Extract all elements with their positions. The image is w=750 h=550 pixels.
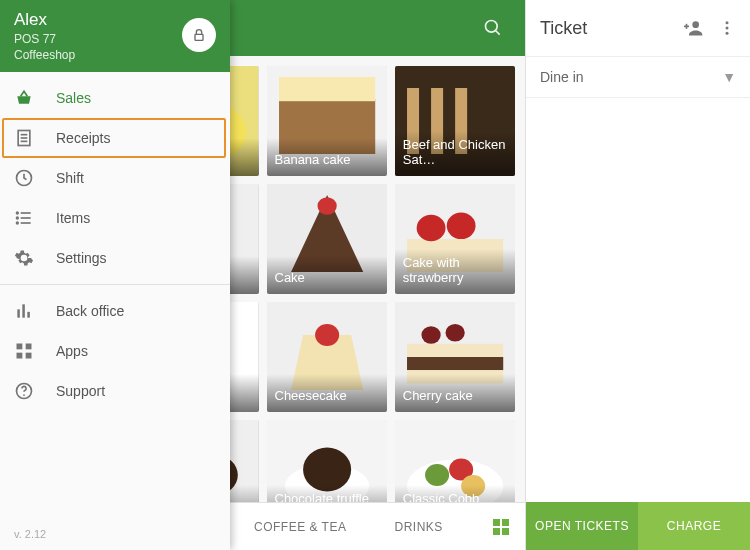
svg-point-18	[317, 197, 336, 215]
svg-rect-34	[407, 344, 503, 357]
svg-rect-77	[26, 353, 32, 359]
svg-rect-72	[22, 304, 25, 317]
product-tile[interactable]: Beef and Chicken Sat…	[395, 66, 515, 176]
dining-option-label: Dine in	[540, 69, 722, 85]
product-tile[interactable]: Chocolate truffle dess…	[267, 420, 387, 502]
svg-point-35	[421, 326, 440, 344]
sidebar-item-label: Support	[56, 383, 105, 399]
nav-drawer: Alex POS 77 Coffeeshop Sales Receipts	[0, 0, 230, 550]
svg-point-57	[726, 27, 729, 30]
svg-point-70	[17, 222, 19, 224]
sidebar-item-label: Apps	[56, 343, 88, 359]
svg-rect-32	[407, 357, 503, 370]
product-tile[interactable]: Classic Cobb Salad	[395, 420, 515, 502]
sidebar-item-label: Sales	[56, 90, 91, 106]
sidebar-item-back-office[interactable]: Back office	[0, 291, 230, 331]
clock-icon	[14, 168, 34, 188]
product-label: Classic Cobb Salad	[395, 485, 515, 502]
sidebar-item-apps[interactable]: Apps	[0, 331, 230, 371]
layout-grid-icon[interactable]	[477, 518, 525, 536]
product-tile[interactable]: Banana cake	[267, 66, 387, 176]
open-tickets-button[interactable]: OPEN TICKETS	[526, 502, 638, 550]
product-label: Beef and Chicken Sat…	[395, 131, 515, 176]
bar-chart-icon	[14, 301, 34, 321]
svg-rect-76	[17, 353, 23, 359]
sidebar-item-support[interactable]: Support	[0, 371, 230, 411]
svg-rect-49	[493, 519, 500, 526]
svg-point-22	[446, 213, 475, 239]
search-icon[interactable]	[483, 18, 503, 38]
ticket-title: Ticket	[540, 18, 670, 39]
version-label: v. 2.12	[0, 518, 230, 550]
svg-rect-73	[27, 312, 30, 318]
lock-button[interactable]	[182, 18, 216, 52]
svg-rect-55	[684, 26, 689, 28]
apps-icon	[14, 341, 34, 361]
ticket-body	[526, 98, 750, 502]
svg-point-53	[692, 21, 699, 28]
charge-button[interactable]: CHARGE	[638, 502, 750, 550]
drawer-header: Alex POS 77 Coffeeshop	[0, 0, 230, 72]
sidebar-item-sales[interactable]: Sales	[0, 78, 230, 118]
tab-coffee-tea[interactable]: COFFEE & TEA	[230, 503, 370, 550]
svg-point-68	[17, 212, 19, 214]
svg-point-46	[425, 464, 449, 486]
svg-point-58	[726, 32, 729, 35]
help-icon	[14, 381, 34, 401]
svg-point-0	[486, 21, 498, 33]
add-customer-icon[interactable]	[684, 18, 704, 38]
ticket-panel: Ticket Dine in ▼ OPEN TICKETS CHARGE	[525, 0, 750, 550]
list-icon	[14, 208, 34, 228]
product-label: Cake with strawberry	[395, 249, 515, 294]
product-tile[interactable]: Cake with strawberry	[395, 184, 515, 294]
sidebar-item-label: Receipts	[56, 130, 110, 146]
sidebar-item-items[interactable]: Items	[0, 198, 230, 238]
svg-rect-74	[17, 344, 23, 350]
product-label: Cherry cake	[395, 374, 515, 412]
svg-rect-51	[493, 528, 500, 535]
svg-line-1	[496, 31, 500, 35]
sidebar-item-label: Back office	[56, 303, 124, 319]
product-label: Cake	[267, 256, 387, 294]
sidebar-item-receipts[interactable]: Receipts	[0, 118, 230, 158]
more-vert-icon[interactable]	[718, 19, 736, 37]
svg-rect-75	[26, 344, 32, 350]
svg-rect-71	[17, 309, 20, 317]
sidebar-item-shift[interactable]: Shift	[0, 158, 230, 198]
svg-rect-7	[279, 77, 375, 101]
dining-option-select[interactable]: Dine in ▼	[526, 56, 750, 98]
gear-icon	[14, 248, 34, 268]
sidebar-item-settings[interactable]: Settings	[0, 238, 230, 278]
product-tile[interactable]: Cake	[267, 184, 387, 294]
tab-drinks[interactable]: DRINKS	[370, 503, 466, 550]
svg-point-21	[416, 215, 445, 241]
product-tile[interactable]: Cheesecake	[267, 302, 387, 412]
svg-rect-59	[195, 34, 203, 40]
svg-point-79	[23, 394, 25, 396]
product-tile[interactable]: Cherry cake	[395, 302, 515, 412]
basket-icon	[14, 88, 34, 108]
svg-point-30	[315, 324, 339, 346]
dropdown-arrow-icon: ▼	[722, 69, 736, 85]
svg-point-56	[726, 21, 729, 24]
svg-rect-52	[502, 528, 509, 535]
product-label: Chocolate truffle dess…	[267, 485, 387, 502]
sidebar-item-label: Shift	[56, 170, 84, 186]
svg-point-36	[445, 324, 464, 342]
store-name: Coffeeshop	[14, 48, 216, 62]
svg-rect-50	[502, 519, 509, 526]
product-label: Banana cake	[267, 138, 387, 176]
divider	[0, 284, 230, 285]
svg-point-69	[17, 217, 19, 219]
sidebar-item-label: Items	[56, 210, 90, 226]
product-label: Cheesecake	[267, 374, 387, 412]
receipt-icon	[14, 128, 34, 148]
sidebar-item-label: Settings	[56, 250, 107, 266]
